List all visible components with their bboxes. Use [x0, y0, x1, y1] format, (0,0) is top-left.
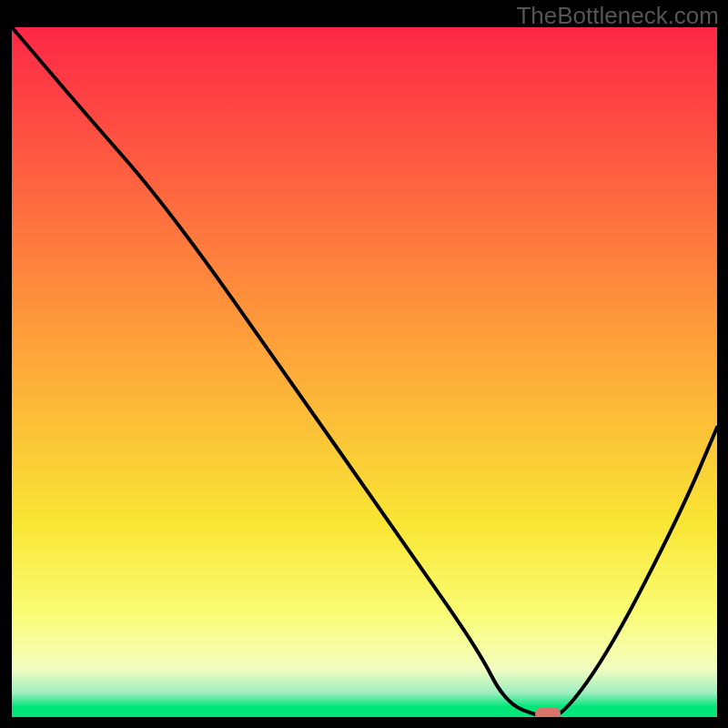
optimum-marker [535, 707, 560, 717]
chart-frame: TheBottleneck.com [0, 0, 728, 728]
bottleneck-curve [12, 27, 717, 717]
plot-area [12, 27, 717, 717]
watermark-text: TheBottleneck.com [516, 2, 719, 30]
